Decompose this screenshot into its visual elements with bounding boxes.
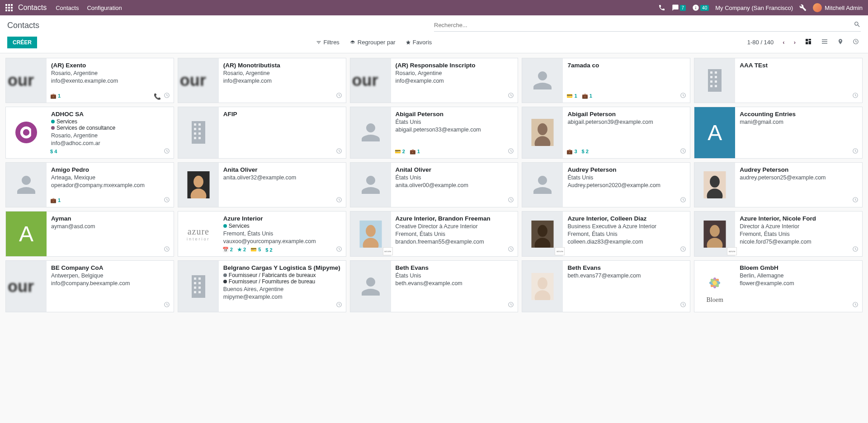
contact-card[interactable]: azureinteriorAzure InteriorServicesFremo… (178, 211, 346, 257)
activity-icon[interactable] (508, 197, 514, 204)
activity-icon[interactable] (336, 301, 342, 309)
contact-card[interactable]: our(AR) Responsable InscriptoRosario, Ar… (350, 58, 519, 103)
activity-icon[interactable] (680, 301, 686, 309)
groupby-button[interactable]: Regrouper par (349, 39, 396, 46)
contact-card[interactable]: Audrey Petersonaudrey.peterson25@example… (694, 162, 863, 207)
contact-card[interactable]: Amigo PedroArteaga, Mexiqueoperador@comp… (5, 162, 174, 207)
contact-name: Azure Interior, Nicole Ford (740, 215, 858, 222)
activity-icon[interactable] (164, 246, 170, 254)
svg-rect-9 (31, 127, 35, 138)
activity-icon[interactable] (680, 148, 686, 155)
activity-icon[interactable] (852, 246, 859, 254)
stat-dollar: $ 4 (50, 149, 57, 154)
search-bar[interactable] (434, 19, 861, 32)
activity-icon[interactable] (852, 92, 859, 100)
activities-badge: 40 (700, 5, 709, 11)
activity-icon[interactable] (508, 148, 514, 155)
activity-icon[interactable] (336, 148, 342, 155)
contact-card[interactable]: ADHOC SAServicesServices de consultanceR… (5, 107, 174, 159)
contact-card[interactable]: AAymanayman@asd.com (5, 211, 174, 257)
contact-card[interactable]: Belgrano Cargas Y Logistica S (Mipyme)Fo… (178, 260, 346, 312)
search-input[interactable] (434, 22, 854, 28)
phone-icon[interactable] (658, 4, 665, 11)
stat-dollar: $ 2 (265, 247, 272, 253)
contact-line: Rosario, Argentine (223, 70, 341, 77)
menu-configuration[interactable]: Configuration (87, 5, 122, 11)
stat-dollar: $ 2 (582, 149, 589, 154)
company-sublogo: azure (727, 247, 737, 255)
contact-card[interactable]: AAA TEst (694, 58, 863, 103)
contact-line: Rosario, Argentine (51, 132, 169, 140)
contact-name: Beth Evans (396, 264, 514, 271)
activity-icon[interactable] (164, 148, 170, 155)
company-switcher[interactable]: My Company (San Francisco) (715, 5, 793, 11)
activity-icon[interactable] (336, 92, 342, 100)
contact-line: Fremont, États Unis (396, 230, 514, 238)
contact-card[interactable]: azureAzure Interior, Brandon FreemanCrea… (350, 211, 519, 257)
contact-line: Arteaga, Mexique (51, 174, 169, 182)
activity-icon[interactable] (680, 92, 686, 100)
contact-card[interactable]: AFIP (178, 107, 346, 159)
contact-name: Audrey Peterson (567, 166, 685, 173)
contact-card[interactable]: BloemBloem GmbHBerlin, Allemagneflower@e… (694, 260, 863, 312)
activity-icon[interactable] (680, 197, 686, 204)
favorites-button[interactable]: Favoris (406, 39, 432, 46)
filters-button[interactable]: Filtres (316, 39, 339, 46)
contact-card[interactable]: Beth Evansbeth.evans77@example.com (522, 260, 690, 312)
view-map-icon[interactable] (835, 36, 845, 48)
messages-icon[interactable]: 7 (672, 4, 686, 11)
stat-briefcase: 💼 3 (566, 149, 577, 155)
pager-counter[interactable]: 1-80 / 140 (747, 39, 774, 46)
contact-name: Abigail Peterson (396, 111, 514, 118)
activity-icon[interactable] (508, 92, 514, 100)
contact-card[interactable]: Anita Oliveranita.oliver32@example.com (178, 162, 346, 207)
debug-icon[interactable] (799, 4, 807, 11)
menu-contacts[interactable]: Contacts (56, 5, 79, 11)
contact-card[interactable]: Beth EvansÉtats Unisbeth.evans@example.c… (350, 260, 519, 312)
contact-card[interactable]: Abigail PetersonÉtats Unisabigail.peters… (350, 107, 519, 159)
contact-card[interactable]: azureAzure Interior, Colleen DiazBusines… (522, 211, 690, 257)
view-kanban-icon[interactable] (803, 36, 814, 48)
contact-card[interactable]: Abigail Petersonabigail.peterson39@examp… (522, 107, 690, 159)
contact-line: abigail.peterson33@example.com (396, 126, 514, 134)
phone-icon[interactable]: 📞 (154, 93, 161, 100)
contact-line: info@adhoc.com.ar (51, 140, 169, 147)
contact-line: Business Executive à Azure Interior (567, 223, 685, 230)
pager-next[interactable]: › (792, 39, 797, 46)
contact-line: Antwerpen, Belgique (51, 272, 169, 280)
contact-card[interactable]: our(AR) ExentoRosario, Argentineinfo@exe… (5, 58, 174, 103)
activity-icon[interactable] (680, 246, 686, 254)
apps-icon[interactable] (5, 4, 13, 11)
view-list-icon[interactable] (819, 36, 830, 48)
search-icon[interactable] (854, 21, 861, 29)
contact-card[interactable]: 7amada co💳 1💼 1 (522, 58, 690, 103)
contact-line: mipyme@example.com (223, 293, 341, 301)
contact-name: AAA TEst (740, 62, 858, 69)
contact-line: beth.evans@example.com (396, 280, 514, 287)
activity-icon[interactable] (508, 246, 514, 254)
view-activity-icon[interactable] (851, 37, 861, 48)
contact-line: Audrey.peterson2020@example.com (567, 182, 685, 189)
activities-icon[interactable]: 40 (692, 4, 709, 11)
activity-icon[interactable] (508, 301, 514, 309)
contact-card[interactable]: Anital OliverÉtats Unisanita.oliver00@ex… (350, 162, 519, 207)
activity-icon[interactable] (852, 148, 859, 155)
activity-icon[interactable] (852, 301, 859, 309)
contact-card[interactable]: AAccounting Entriesmani@gmail.com (694, 107, 863, 159)
activity-icon[interactable] (852, 197, 859, 204)
stat-briefcase: 💼 1 (410, 149, 420, 155)
activity-icon[interactable] (164, 301, 170, 309)
contact-line: Buenos Aires, Argentine (223, 286, 341, 293)
contact-card[interactable]: azureAzure Interior, Nicole FordDirector… (694, 211, 863, 257)
activity-icon[interactable] (164, 92, 170, 100)
contact-card[interactable]: our(AR) MonotributistaRosario, Argentine… (178, 58, 346, 103)
activity-icon[interactable] (164, 197, 170, 204)
pager-prev[interactable]: ‹ (781, 39, 786, 46)
contact-card[interactable]: ourBE Company CoAAntwerpen, Belgiqueinfo… (5, 260, 174, 312)
activity-icon[interactable] (336, 246, 342, 254)
stat-briefcase: 💼 1 (50, 197, 61, 203)
activity-icon[interactable] (336, 197, 342, 204)
contact-card[interactable]: Audrey PetersonÉtats UnisAudrey.peterson… (522, 162, 690, 207)
contact-name: 7amada co (567, 62, 685, 69)
user-menu[interactable]: Mitchell Admin (813, 3, 863, 12)
